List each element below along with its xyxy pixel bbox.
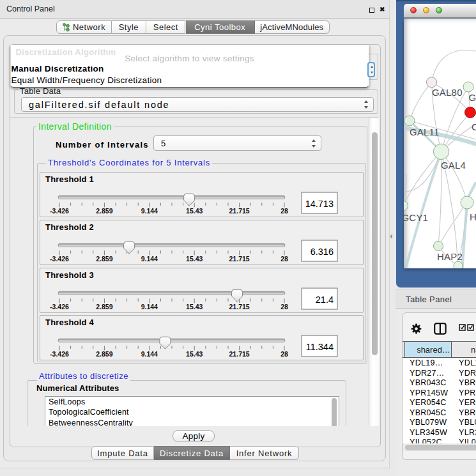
svg-text:11.344: 11.344 <box>306 342 334 352</box>
svg-text:Threshold 2: Threshold 2 <box>45 222 94 232</box>
svg-text:28: 28 <box>280 303 288 311</box>
svg-text:2.859: 2.859 <box>96 207 112 215</box>
svg-text:GAL7: GAL7 <box>469 92 476 103</box>
svg-text:2.859: 2.859 <box>96 350 112 358</box>
svg-text:6.316: 6.316 <box>311 247 334 257</box>
svg-text:21.715: 21.715 <box>229 207 250 215</box>
svg-text:21.715: 21.715 <box>229 350 250 358</box>
svg-text:21.4: 21.4 <box>316 295 334 305</box>
svg-text:-3.426: -3.426 <box>50 350 69 358</box>
svg-text:15.43: 15.43 <box>186 350 203 358</box>
svg-text:GAL80: GAL80 <box>432 87 463 98</box>
svg-text:21.715: 21.715 <box>229 255 250 263</box>
svg-text:Threshold 4: Threshold 4 <box>45 318 94 327</box>
svg-text:Threshold 3: Threshold 3 <box>45 270 94 280</box>
svg-text:9.144: 9.144 <box>141 350 158 358</box>
svg-text:-3.426: -3.426 <box>50 207 69 215</box>
svg-text:-3.426: -3.426 <box>50 303 69 311</box>
svg-text:-3.426: -3.426 <box>50 255 69 263</box>
svg-text:HSF1: HSF1 <box>470 211 476 222</box>
svg-text:15.43: 15.43 <box>186 255 203 263</box>
svg-text:2.859: 2.859 <box>96 303 112 311</box>
svg-text:9.144: 9.144 <box>141 255 158 263</box>
svg-text:CDC2: CDC2 <box>472 121 476 132</box>
svg-text:14.713: 14.713 <box>305 199 334 209</box>
svg-text:28: 28 <box>280 350 288 358</box>
svg-text:GAL4: GAL4 <box>441 160 466 171</box>
svg-text:HAP2: HAP2 <box>437 251 463 262</box>
svg-text:15.43: 15.43 <box>186 207 203 215</box>
svg-text:9.144: 9.144 <box>141 207 158 215</box>
svg-text:28: 28 <box>280 255 288 263</box>
svg-text:15.43: 15.43 <box>186 303 203 311</box>
svg-text:GCY1: GCY1 <box>404 212 428 223</box>
svg-text:21.715: 21.715 <box>229 303 250 311</box>
svg-text:28: 28 <box>280 207 288 215</box>
svg-text:9.144: 9.144 <box>141 303 158 311</box>
svg-text:Threshold 1: Threshold 1 <box>45 174 94 184</box>
svg-text:GAL11: GAL11 <box>410 127 440 137</box>
svg-text:2.859: 2.859 <box>96 255 112 263</box>
